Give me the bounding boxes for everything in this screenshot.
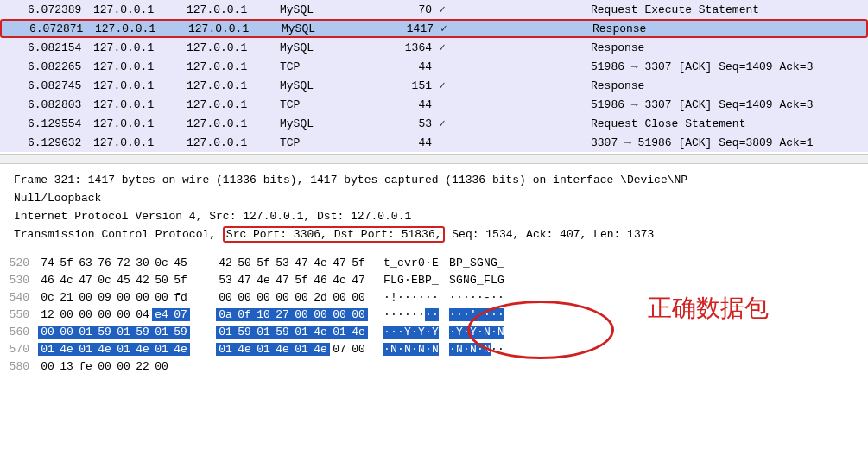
hex-offset: 530 — [0, 274, 38, 287]
packet-row[interactable]: 6.129554127.0.0.1127.0.0.1MySQL53✓Reques… — [0, 114, 868, 133]
hex-byte: 4c — [330, 274, 349, 287]
packet-row[interactable]: 6.082154127.0.0.1127.0.0.1MySQL1364✓Resp… — [0, 38, 868, 57]
hex-row[interactable]: 520745f637672300c4542505f53474e475ft_cvr… — [0, 254, 868, 271]
hex-byte: 00 — [76, 291, 95, 304]
packet-row[interactable]: 6.082803127.0.0.1127.0.0.1TCP4451986 → 3… — [0, 95, 868, 114]
hex-byte: 45 — [114, 274, 133, 287]
hex-byte: 01 — [216, 343, 235, 356]
ascii-char: · — [491, 291, 497, 304]
hex-byte: 0c — [95, 274, 114, 287]
col-len: 1364 — [363, 41, 439, 54]
hex-byte: 00 — [57, 308, 76, 321]
packet-row[interactable]: 6.072871127.0.0.1127.0.0.1MySQL1417✓Resp… — [0, 19, 868, 38]
ascii-char: · — [449, 343, 456, 356]
hex-byte: 01 — [76, 343, 95, 356]
hex-byte: 4e — [349, 326, 368, 339]
hex-bytes: 745f637672300c4542505f53474e475f — [38, 256, 368, 269]
col-src: 127.0.0.1 — [93, 117, 187, 130]
ascii-char: _ — [463, 256, 470, 269]
col-time: 6.082154 — [0, 41, 93, 54]
hex-byte: 50 — [235, 256, 254, 269]
col-time: 6.082803 — [0, 98, 93, 111]
hex-ascii: FLG·EBP_SGNG_FLG — [383, 274, 504, 287]
ascii-char: · — [463, 343, 470, 356]
ascii-char: · — [425, 256, 432, 269]
packet-row[interactable]: 6.082265127.0.0.1127.0.0.1TCP4451986 → 3… — [0, 57, 868, 76]
hex-row[interactable]: 530464c470c4542505f53474e475f464c47FLG·E… — [0, 271, 868, 288]
ascii-char: · — [477, 291, 484, 304]
hex-row[interactable]: 570014e014e014e014e014e014e014e0700·N·N·… — [0, 340, 868, 358]
pane-divider[interactable] — [0, 154, 868, 164]
ascii-char: · — [432, 308, 439, 321]
hex-offset: 560 — [0, 326, 38, 339]
ascii-char: · — [397, 291, 404, 304]
hex-byte: 10 — [254, 308, 273, 321]
col-check: ✓ — [439, 3, 470, 16]
hex-byte: 5f — [349, 256, 368, 269]
frame-line[interactable]: Frame 321: 1417 bytes on wire (11336 bit… — [14, 171, 854, 189]
tcp-line[interactable]: Transmission Control Protocol, Src Port:… — [14, 225, 854, 244]
hex-bytes: 000001590159015901590159014e014e — [38, 326, 368, 339]
hex-byte: 76 — [95, 256, 114, 269]
ascii-char: N — [484, 343, 491, 356]
hex-byte: 00 — [114, 360, 133, 373]
null-line[interactable]: Null/Loopback — [14, 189, 854, 207]
col-dst: 127.0.0.1 — [187, 41, 280, 54]
col-dst: 127.0.0.1 — [187, 117, 280, 130]
ascii-char: L — [390, 274, 397, 287]
ascii-char: · — [449, 291, 456, 304]
hex-byte: 47 — [349, 274, 368, 287]
col-len: 70 — [363, 3, 439, 16]
hex-byte — [190, 291, 216, 304]
packet-row[interactable]: 6.129632127.0.0.1127.0.0.1TCP443307 → 51… — [0, 133, 868, 152]
hex-byte: 47 — [330, 256, 349, 269]
ascii-char: · — [411, 343, 418, 356]
col-dst: 127.0.0.1 — [187, 98, 280, 111]
hex-byte: 47 — [292, 256, 311, 269]
hex-bytes: 464c470c4542505f53474e475f464c47 — [38, 274, 368, 287]
ascii-char: F — [383, 274, 390, 287]
col-info: Response — [591, 41, 868, 54]
hex-byte: 01 — [38, 343, 57, 356]
hex-row[interactable]: 5800013fe00002200 — [0, 358, 868, 375]
hex-byte: 47 — [235, 274, 254, 287]
hex-row[interactable]: 560000001590159015901590159014e014e···Y·… — [0, 323, 868, 340]
ascii-char: Y — [418, 326, 425, 339]
ascii-char: · — [470, 291, 477, 304]
hex-byte: 01 — [152, 343, 171, 356]
hex-byte: 5f — [57, 256, 76, 269]
col-len: 53 — [363, 117, 439, 130]
ascii-char: · — [497, 308, 504, 321]
ascii-char: _ — [432, 274, 439, 287]
hex-offset: 540 — [0, 291, 38, 304]
ascii-char: · — [456, 291, 463, 304]
ascii-char: · — [390, 326, 397, 339]
ascii-char: · — [425, 326, 432, 339]
hex-byte: 22 — [133, 360, 152, 373]
ip-line[interactable]: Internet Protocol Version 4, Src: 127.0.… — [14, 207, 854, 225]
col-src: 127.0.0.1 — [93, 98, 187, 111]
hex-byte: 01 — [216, 326, 235, 339]
hex-byte: 42 — [216, 256, 235, 269]
hex-byte: 47 — [273, 274, 292, 287]
ascii-char: · — [383, 326, 390, 339]
col-time: 6.129632 — [0, 136, 93, 149]
col-len: 151 — [363, 79, 439, 92]
packet-row[interactable]: 6.072389127.0.0.1127.0.0.1MySQL70✓Reques… — [0, 0, 868, 19]
ascii-char: · — [463, 326, 470, 339]
col-src: 127.0.0.1 — [93, 79, 187, 92]
ascii-char: N — [484, 326, 491, 339]
packet-row[interactable]: 6.082745127.0.0.1127.0.0.1MySQL151✓Respo… — [0, 76, 868, 95]
ascii-char: ' — [470, 308, 477, 321]
hex-byte — [190, 343, 216, 356]
ascii-char: N — [418, 343, 425, 356]
col-info: Response — [592, 22, 866, 35]
col-info: 51986 → 3307 [ACK] Seq=1409 Ack=3 — [591, 60, 868, 73]
ascii-char: B — [449, 256, 456, 269]
col-proto: TCP — [280, 98, 363, 111]
ascii-char: N — [484, 256, 491, 269]
hex-byte: 5f — [292, 274, 311, 287]
col-len: 1417 — [364, 22, 440, 35]
hex-byte: 00 — [114, 308, 133, 321]
hex-byte: 4e — [273, 343, 292, 356]
